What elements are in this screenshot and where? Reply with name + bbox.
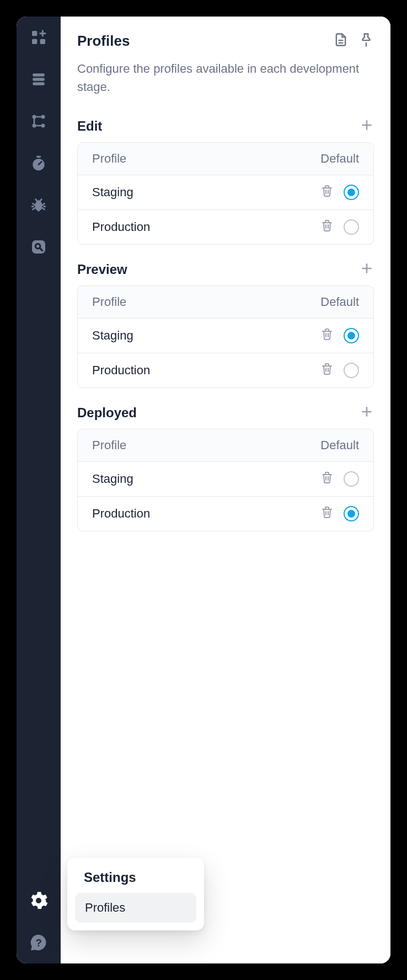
svg-rect-1 — [32, 39, 37, 44]
delete-button[interactable] — [320, 327, 334, 344]
svg-rect-2 — [40, 39, 45, 44]
profile-table: ProfileDefaultStagingProduction — [77, 286, 374, 388]
col-header-default: Default — [320, 152, 359, 166]
add-profile-button[interactable] — [360, 261, 374, 278]
delete-button[interactable] — [320, 184, 334, 201]
svg-rect-13 — [32, 240, 45, 254]
svg-rect-0 — [32, 31, 37, 36]
table-header: ProfileDefault — [78, 143, 373, 175]
panel-description: Configure the profiles available in each… — [77, 60, 374, 96]
panel-title: Profiles — [77, 33, 130, 50]
gear-icon[interactable] — [28, 890, 50, 912]
section-title: Preview — [77, 262, 127, 277]
default-radio[interactable] — [344, 471, 359, 487]
col-header-default: Default — [320, 438, 359, 453]
table-row: Production — [78, 496, 373, 531]
svg-rect-3 — [33, 73, 44, 76]
main-panel: Profiles Configure the profiles availabl… — [61, 17, 390, 963]
col-header-profile: Profile — [92, 295, 320, 309]
popup-title: Settings — [75, 870, 196, 893]
popup-item-profiles[interactable]: Profiles — [75, 893, 196, 923]
svg-rect-5 — [33, 82, 44, 85]
delete-button[interactable] — [320, 362, 334, 379]
col-header-profile: Profile — [92, 152, 320, 166]
svg-rect-4 — [33, 78, 44, 80]
delete-button[interactable] — [320, 471, 334, 487]
profile-name: Production — [92, 220, 320, 234]
default-radio[interactable] — [344, 506, 359, 521]
table-header: ProfileDefault — [78, 429, 373, 461]
help-icon[interactable]: ? — [28, 931, 50, 954]
svg-text:?: ? — [35, 937, 41, 949]
default-radio[interactable] — [344, 363, 359, 378]
table-row: Production — [78, 353, 373, 387]
table-row: Production — [78, 209, 373, 244]
document-icon[interactable] — [333, 32, 349, 50]
table-row: Staging — [78, 318, 373, 353]
search-icon[interactable] — [28, 236, 50, 258]
delete-button[interactable] — [320, 505, 334, 522]
list-icon[interactable] — [28, 68, 50, 90]
profile-name: Production — [92, 507, 320, 521]
profile-table: ProfileDefaultStagingProduction — [77, 429, 374, 531]
col-header-profile: Profile — [92, 438, 320, 453]
graph-icon[interactable] — [28, 110, 50, 132]
sidebar: ? — [17, 17, 61, 963]
section-title: Edit — [77, 119, 102, 134]
section-preview: PreviewProfileDefaultStagingProduction — [77, 261, 374, 388]
section-edit: EditProfileDefaultStagingProduction — [77, 118, 374, 245]
stopwatch-icon[interactable] — [28, 152, 50, 174]
col-header-default: Default — [320, 295, 359, 309]
add-profile-button[interactable] — [360, 405, 374, 421]
table-row: Staging — [78, 175, 373, 209]
profile-name: Staging — [92, 329, 320, 343]
table-header: ProfileDefault — [78, 286, 373, 318]
default-radio[interactable] — [344, 185, 359, 200]
apps-icon[interactable] — [28, 26, 50, 49]
profile-name: Staging — [92, 472, 320, 486]
pin-icon[interactable] — [358, 32, 374, 50]
settings-popup: Settings Profiles — [67, 858, 204, 930]
delete-button[interactable] — [320, 219, 334, 235]
default-radio[interactable] — [344, 328, 359, 343]
add-profile-button[interactable] — [360, 118, 374, 134]
section-deployed: DeployedProfileDefaultStagingProduction — [77, 405, 374, 531]
section-title: Deployed — [77, 405, 137, 421]
default-radio[interactable] — [344, 219, 359, 235]
profile-table: ProfileDefaultStagingProduction — [77, 142, 374, 245]
profile-name: Production — [92, 363, 320, 378]
profile-name: Staging — [92, 185, 320, 200]
table-row: Staging — [78, 461, 373, 496]
bug-icon[interactable] — [28, 194, 50, 216]
svg-rect-11 — [36, 156, 41, 158]
